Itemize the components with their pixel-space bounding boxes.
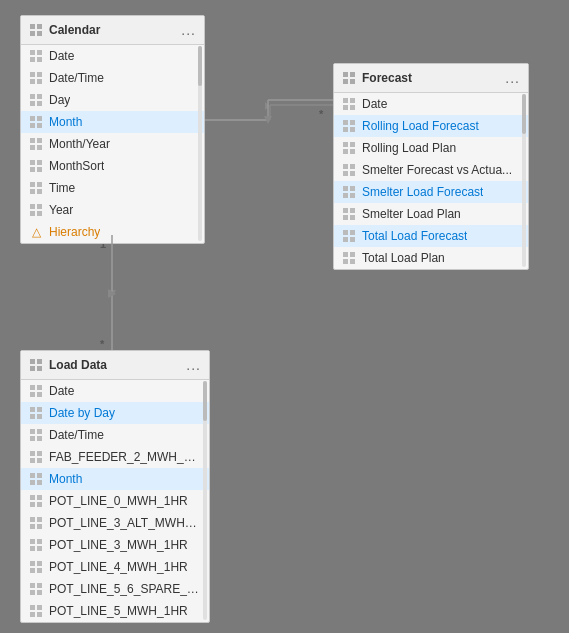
svg-rect-87	[30, 407, 35, 412]
forecast-tlp-icon	[342, 251, 356, 265]
calendar-menu-button[interactable]: ...	[181, 22, 196, 38]
loaddata-pot5-icon	[29, 604, 43, 618]
svg-rect-105	[30, 502, 35, 507]
calendar-hierarchy-label: Hierarchy	[49, 225, 100, 239]
svg-rect-72	[350, 230, 355, 235]
forecast-rlp-label: Rolling Load Plan	[362, 141, 456, 155]
svg-rect-36	[37, 182, 42, 187]
svg-rect-76	[350, 252, 355, 257]
svg-rect-25	[30, 123, 35, 128]
forecast-menu-button[interactable]: ...	[505, 70, 520, 86]
calendar-field-monthsort: MonthSort	[21, 155, 204, 177]
svg-rect-57	[343, 149, 348, 154]
svg-rect-112	[37, 539, 42, 544]
loaddata-field-pot4: POT_LINE_4_MWH_1HR	[21, 556, 209, 578]
svg-rect-71	[343, 230, 348, 235]
svg-rect-62	[350, 171, 355, 176]
svg-rect-19	[30, 94, 35, 99]
svg-rect-111	[30, 539, 35, 544]
svg-rect-27	[30, 138, 35, 143]
forecast-rlp-icon	[342, 141, 356, 155]
forecast-sfv-icon	[342, 163, 356, 177]
svg-rect-75	[343, 252, 348, 257]
svg-rect-91	[30, 429, 35, 434]
loaddata-datetime-icon	[29, 428, 43, 442]
loaddata-pot3-label: POT_LINE_3_MWH_1HR	[49, 538, 188, 552]
loaddata-scrollbar[interactable]	[203, 381, 207, 620]
calendar-field-hierarchy: △ Hierarchy	[21, 221, 204, 243]
field-icon-monthsort	[29, 159, 43, 173]
svg-rect-119	[30, 583, 35, 588]
forecast-rlf-icon	[342, 119, 356, 133]
svg-rect-101	[30, 480, 35, 485]
svg-rect-83	[30, 385, 35, 390]
forecast-tlf-label: Total Load Forecast	[362, 229, 467, 243]
forecast-slp-icon	[342, 207, 356, 221]
forecast-rlf-label: Rolling Load Forecast	[362, 119, 479, 133]
svg-rect-122	[37, 590, 42, 595]
svg-rect-86	[37, 392, 42, 397]
svg-rect-21	[30, 101, 35, 106]
svg-rect-68	[350, 208, 355, 213]
svg-rect-30	[37, 145, 42, 150]
forecast-scrollbar[interactable]	[522, 94, 526, 267]
svg-rect-7	[30, 24, 35, 29]
svg-rect-54	[350, 127, 355, 132]
forecast-field-total-load-forecast: Total Load Forecast	[334, 225, 528, 247]
svg-rect-33	[30, 167, 35, 172]
svg-rect-124	[37, 605, 42, 610]
svg-rect-81	[30, 366, 35, 371]
svg-rect-65	[343, 193, 348, 198]
svg-rect-52	[350, 120, 355, 125]
cardinality-cal-load-star: *	[100, 338, 104, 350]
calendar-header: Calendar ...	[21, 16, 204, 45]
svg-rect-55	[343, 142, 348, 147]
svg-rect-92	[37, 429, 42, 434]
calendar-year-label: Year	[49, 203, 73, 217]
svg-marker-5	[108, 290, 116, 298]
svg-rect-17	[30, 79, 35, 84]
svg-rect-12	[37, 50, 42, 55]
forecast-field-total-load-plan: Total Load Plan	[334, 247, 528, 269]
svg-rect-69	[343, 215, 348, 220]
svg-rect-114	[37, 546, 42, 551]
calendar-title: Calendar	[49, 23, 175, 37]
svg-rect-74	[350, 237, 355, 242]
loaddata-menu-button[interactable]: ...	[186, 357, 201, 373]
svg-rect-40	[37, 204, 42, 209]
loaddata-field-pot56spare: POT_LINE_5_6_SPARE_M...	[21, 578, 209, 600]
svg-rect-77	[343, 259, 348, 264]
cardinality-cal-forecast-star: *	[319, 108, 323, 120]
loaddata-pot56spare-label: POT_LINE_5_6_SPARE_M...	[49, 582, 201, 596]
loaddata-datetime-label: Date/Time	[49, 428, 104, 442]
loaddata-field-fab: FAB_FEEDER_2_MWH_1HR	[21, 446, 209, 468]
svg-rect-108	[37, 517, 42, 522]
svg-rect-35	[30, 182, 35, 187]
svg-rect-96	[37, 451, 42, 456]
forecast-date-label: Date	[362, 97, 387, 111]
forecast-field-smelter-load-plan: Smelter Load Plan	[334, 203, 528, 225]
forecast-table: Forecast ... Date Rolling Load Forecast …	[333, 63, 529, 270]
svg-rect-26	[37, 123, 42, 128]
svg-rect-22	[37, 101, 42, 106]
svg-rect-60	[350, 164, 355, 169]
svg-rect-115	[30, 561, 35, 566]
svg-rect-88	[37, 407, 42, 412]
svg-rect-45	[343, 79, 348, 84]
loaddata-table: Load Data ... Date Date by Day Date/Time…	[20, 350, 210, 623]
svg-rect-16	[37, 72, 42, 77]
loaddata-title: Load Data	[49, 358, 180, 372]
svg-rect-37	[30, 189, 35, 194]
loaddata-field-pot5: POT_LINE_5_MWH_1HR	[21, 600, 209, 622]
field-icon-month	[29, 115, 43, 129]
calendar-field-month: Month	[21, 111, 204, 133]
calendar-scrollbar[interactable]	[198, 46, 202, 241]
svg-rect-90	[37, 414, 42, 419]
svg-rect-58	[350, 149, 355, 154]
svg-rect-42	[37, 211, 42, 216]
field-icon-day	[29, 93, 43, 107]
loaddata-pot3alt-icon	[29, 516, 43, 530]
field-icon-time	[29, 181, 43, 195]
svg-rect-98	[37, 458, 42, 463]
loaddata-pot0-label: POT_LINE_0_MWH_1HR	[49, 494, 188, 508]
